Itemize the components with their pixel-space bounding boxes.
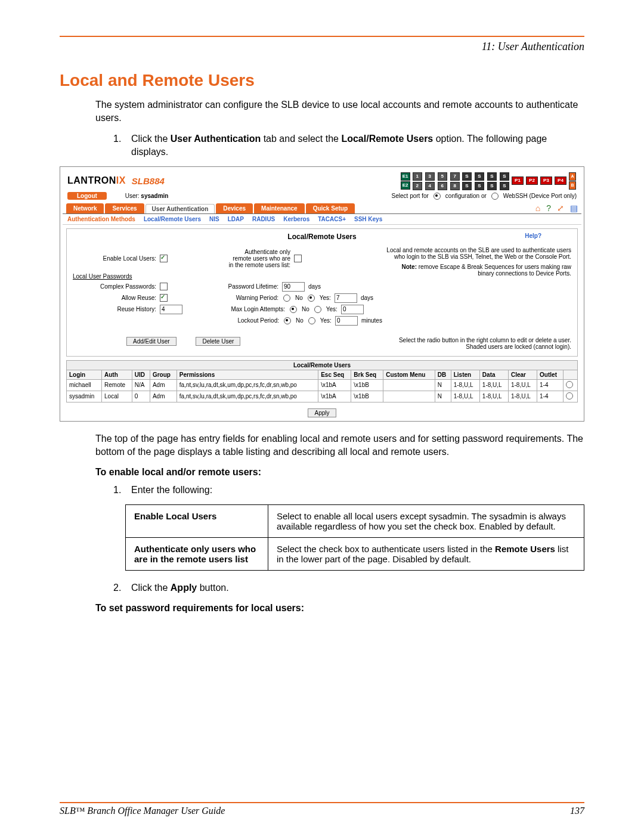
- slot-b[interactable]: B: [569, 181, 576, 190]
- subnav-ldap[interactable]: LDAP: [228, 216, 244, 222]
- info-note-2: Note: remove Escape & Break Sequences fo…: [386, 264, 571, 277]
- tab-maintenance[interactable]: Maintenance: [254, 203, 305, 213]
- label-reuse-history: Reuse History:: [73, 306, 156, 312]
- subnav-ssh-keys[interactable]: SSH Keys: [354, 216, 382, 222]
- radio-lockout-no[interactable]: [284, 317, 291, 324]
- port-2[interactable]: 2: [413, 182, 422, 190]
- subhead-password-reqs: To set password requirements for local u…: [95, 603, 584, 614]
- app-screenshot: LANTRONIX SLB884 E1 E2 1 3 5 7: [60, 166, 584, 422]
- s-port[interactable]: S: [462, 182, 472, 190]
- slot-a[interactable]: A: [569, 172, 576, 181]
- s-port[interactable]: S: [487, 172, 497, 181]
- radio-webssh[interactable]: [491, 193, 499, 200]
- model-label: SLB884: [132, 176, 165, 186]
- port-5[interactable]: 5: [438, 172, 447, 181]
- radio-warning-no[interactable]: [283, 295, 290, 302]
- port-1[interactable]: 1: [413, 172, 422, 181]
- tab-network[interactable]: Network: [66, 203, 104, 213]
- subnav-nis[interactable]: NIS: [209, 216, 219, 222]
- s-port[interactable]: S: [475, 172, 484, 181]
- panel-title: Local/Remote Users: [287, 233, 356, 241]
- subnav-tacacs[interactable]: TACACS+: [318, 216, 346, 222]
- s-port[interactable]: S: [500, 172, 509, 181]
- subnav-local-remote[interactable]: Local/Remote Users: [144, 216, 201, 222]
- table-row: michaellRemoteN/A Admfa,nt,sv,lu,ra,dt,s…: [67, 379, 578, 391]
- checkbox-complex-passwords[interactable]: [160, 283, 168, 290]
- opt-enable-local-val: Select to enable all local users except …: [268, 504, 584, 537]
- page-footer: SLB™ Branch Office Manager User Guide 13…: [60, 802, 584, 816]
- port-7[interactable]: 7: [450, 172, 460, 181]
- step-enter-following: 1.Enter the following:: [113, 484, 584, 497]
- panel-help-link[interactable]: Help?: [525, 233, 541, 239]
- users-table: Local/Remote Users LoginAuthUID GroupPer…: [66, 360, 578, 402]
- s-port[interactable]: S: [500, 182, 509, 190]
- label-max-login: Max Login Attempts:: [208, 306, 285, 312]
- brand-logo: LANTRONIX: [67, 175, 126, 186]
- port-6[interactable]: 6: [438, 182, 447, 190]
- label-lifetime: Password Lifetime:: [201, 283, 278, 290]
- radio-configuration[interactable]: [434, 193, 441, 200]
- hint-select-radio: Select the radio button in the right col…: [399, 337, 571, 343]
- intro-paragraph: The system administrator can configure t…: [95, 98, 584, 125]
- radio-lockout-yes[interactable]: [308, 317, 315, 324]
- radio-maxlogin-no[interactable]: [290, 306, 297, 313]
- port-3[interactable]: 3: [425, 172, 435, 181]
- help-icon[interactable]: ?: [546, 203, 551, 213]
- chapter-label: 11: User Authentication: [60, 41, 584, 53]
- logout-button[interactable]: Logout: [67, 192, 107, 200]
- s-port[interactable]: S: [462, 172, 472, 181]
- after-shot-paragraph: The top of the page has entry fields for…: [95, 432, 584, 459]
- step-click-apply: 2. Click the Apply button.: [113, 581, 584, 594]
- subnav-auth-methods[interactable]: Authentication Methods: [67, 216, 135, 222]
- outlet-p3[interactable]: P3: [540, 176, 552, 185]
- input-warning-period[interactable]: [335, 293, 357, 303]
- outlet-p1[interactable]: P1: [512, 176, 524, 185]
- apply-button[interactable]: Apply: [308, 408, 336, 417]
- opt-auth-only-key: Authenticate only users who are in the r…: [126, 537, 268, 570]
- input-lockout[interactable]: [335, 316, 358, 326]
- add-edit-user-button[interactable]: Add/Edit User: [126, 337, 177, 346]
- s-port[interactable]: S: [487, 182, 497, 190]
- checkbox-enable-local[interactable]: [160, 255, 168, 262]
- input-reuse-history[interactable]: [160, 305, 182, 314]
- options-table: Enable Local Users Select to enable all …: [125, 504, 584, 571]
- tab-services[interactable]: Services: [105, 203, 144, 213]
- input-lifetime[interactable]: [282, 282, 305, 292]
- row-select-radio[interactable]: [566, 381, 573, 388]
- s-port[interactable]: S: [475, 182, 484, 190]
- tab-user-authentication[interactable]: User Authentication: [145, 204, 215, 213]
- users-table-title: Local/Remote Users: [67, 360, 578, 370]
- radio-maxlogin-yes[interactable]: [314, 306, 321, 313]
- home-icon[interactable]: ⌂: [535, 203, 540, 213]
- checkbox-allow-reuse[interactable]: [160, 294, 168, 302]
- step-1: 1. Click the User Authentication tab and…: [113, 132, 584, 159]
- tab-devices[interactable]: Devices: [216, 203, 253, 213]
- row-select-radio[interactable]: [566, 392, 573, 400]
- label-lockout: Lockout Period:: [202, 317, 279, 324]
- port-4[interactable]: 4: [425, 182, 435, 190]
- port-panel: E1 E2 1 3 5 7 2 4 6 8: [400, 172, 577, 190]
- footer-title: SLB™ Branch Office Manager User Guide: [60, 806, 225, 816]
- expand-icon[interactable]: ⤢: [557, 203, 564, 213]
- radio-warning-yes[interactable]: [308, 295, 315, 302]
- outlet-p2[interactable]: P2: [526, 176, 538, 185]
- tab-quick-setup[interactable]: Quick Setup: [306, 203, 355, 213]
- current-user: sysadmin: [141, 193, 168, 199]
- checkbox-auth-only-remote[interactable]: [294, 255, 302, 262]
- opt-enable-local-key: Enable Local Users: [126, 504, 268, 537]
- delete-user-button[interactable]: Delete User: [196, 337, 240, 346]
- passwords-section: Local User Passwords: [73, 273, 382, 280]
- eth-e1[interactable]: E1: [401, 172, 410, 181]
- report-icon[interactable]: ▤: [570, 203, 578, 213]
- label-complex-passwords: Complex Passwords:: [73, 283, 156, 290]
- hint-shaded-locked: Shaded users are locked (cannot login).: [399, 343, 571, 350]
- users-table-header: LoginAuthUID GroupPermissionsEsc Seq Brk…: [67, 370, 578, 379]
- eth-e2[interactable]: E2: [401, 181, 410, 190]
- opt-auth-only-val: Select the check box to authenticate use…: [268, 537, 584, 570]
- subnav-kerberos[interactable]: Kerberos: [283, 216, 309, 222]
- input-max-login[interactable]: [341, 305, 364, 314]
- label-allow-reuse: Allow Reuse:: [73, 295, 156, 301]
- subnav-radius[interactable]: RADIUS: [252, 216, 275, 222]
- outlet-p4[interactable]: P4: [555, 176, 566, 185]
- port-8[interactable]: 8: [450, 182, 460, 190]
